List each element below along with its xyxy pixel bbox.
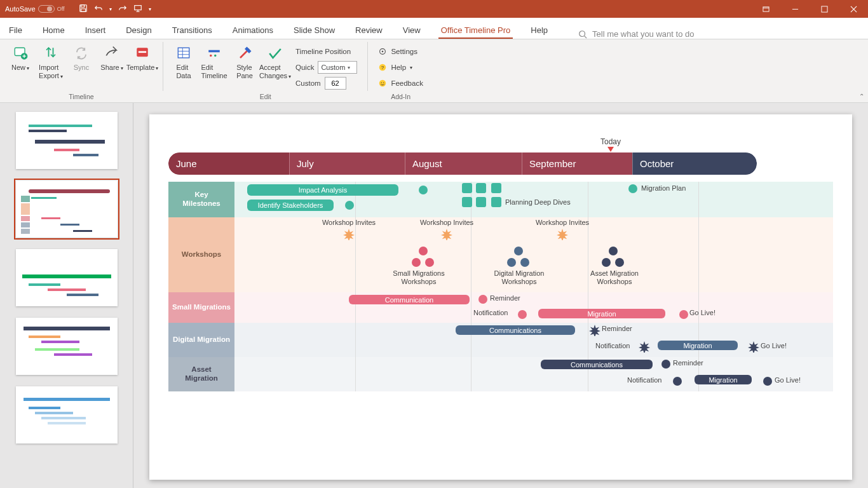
task-bar[interactable]: Communications [541, 360, 653, 369]
milestone-square[interactable] [491, 197, 501, 207]
tell-me-search[interactable]: Tell me what you want to do [578, 29, 694, 39]
timeline-chart[interactable]: TodayJuneJulyAugustSeptemberOctoberKey M… [168, 152, 833, 175]
autosave-switch[interactable] [38, 5, 55, 13]
item-label[interactable]: Go Live! [775, 376, 801, 384]
milestone-square[interactable] [491, 183, 501, 193]
slide-thumbnail-3[interactable] [16, 249, 118, 306]
milestone-star-icon[interactable] [343, 229, 355, 240]
edit-data-button[interactable]: Edit Data [168, 42, 199, 80]
milestone-dot[interactable] [661, 360, 670, 369]
milestone-dot[interactable] [628, 184, 637, 193]
tab-help[interactable]: Help [528, 22, 550, 39]
item-label[interactable]: Workshop Invites [322, 219, 376, 227]
close-icon[interactable] [839, 0, 868, 18]
new-button[interactable]: New [5, 42, 36, 72]
milestone-star-icon[interactable] [441, 229, 452, 240]
style-pane-button[interactable]: Style Pane [229, 42, 260, 80]
task-bar[interactable]: Impact Analysis [247, 184, 398, 196]
template-button[interactable]: Template [127, 42, 158, 72]
item-label[interactable]: Notification [595, 342, 630, 350]
item-label[interactable]: Go Live! [761, 342, 787, 350]
minimize-icon[interactable] [780, 0, 810, 18]
edit-timeline-button[interactable]: Edit Timeline [199, 42, 229, 80]
milestone-dot[interactable] [763, 377, 772, 386]
tab-design[interactable]: Design [123, 22, 154, 39]
task-bar[interactable]: Migration [695, 375, 752, 384]
sync-button[interactable]: Sync [66, 42, 97, 72]
import-export-button[interactable]: Import Export [36, 42, 66, 80]
help-button[interactable]: ? Help▾ [378, 60, 423, 74]
item-label[interactable]: Small Migrations Workshops [393, 269, 444, 285]
item-label[interactable]: Digital Migration Workshops [494, 269, 545, 285]
milestone-square[interactable] [476, 183, 486, 193]
quick-select[interactable]: Custom [318, 61, 357, 74]
tab-view[interactable]: View [400, 22, 423, 39]
undo-dropdown-icon[interactable]: ▾ [109, 6, 112, 12]
slide-thumbnail-5[interactable] [16, 386, 118, 444]
autosave-toggle[interactable]: AutoSave Off [5, 5, 65, 13]
milestone-square[interactable] [462, 183, 472, 193]
item-label[interactable]: Migration Plan [641, 184, 686, 193]
milestone-dot[interactable] [412, 258, 421, 267]
milestone-dot[interactable] [425, 258, 434, 267]
tab-transitions[interactable]: Transitions [170, 22, 215, 39]
custom-input[interactable] [325, 77, 346, 90]
milestone-square[interactable] [476, 197, 486, 207]
milestone-dot[interactable] [673, 377, 682, 386]
milestone-dot[interactable] [419, 186, 428, 194]
settings-button[interactable]: Settings [378, 44, 423, 58]
item-label[interactable]: Reminder [490, 294, 520, 302]
item-label[interactable]: Notification [473, 309, 508, 317]
task-bar[interactable]: Migration [658, 341, 738, 350]
item-label[interactable]: Planning Deep Dives [505, 198, 571, 207]
tab-animations[interactable]: Animations [230, 22, 276, 39]
tab-home[interactable]: Home [40, 22, 67, 39]
task-bar[interactable]: Communication [349, 295, 470, 304]
milestone-dot[interactable] [602, 258, 611, 267]
slide-thumbnail-2[interactable] [16, 180, 118, 238]
item-label[interactable]: Workshop Invites [536, 219, 589, 227]
task-bar[interactable]: Communications [456, 325, 575, 335]
slide-thumbnail-1[interactable] [16, 112, 118, 169]
milestone-star-icon[interactable] [589, 325, 600, 336]
share-button[interactable]: Share [97, 42, 127, 72]
item-label[interactable]: Go Live! [689, 309, 715, 317]
item-label[interactable]: Asset Migration Workshops [590, 269, 639, 285]
milestone-star-icon[interactable] [748, 341, 759, 353]
collapse-ribbon-icon[interactable]: ⌃ [859, 93, 864, 100]
slide-thumbnail-panel[interactable] [0, 103, 133, 488]
milestone-dot[interactable] [507, 258, 516, 267]
milestone-dot[interactable] [520, 258, 529, 267]
item-label[interactable]: Notification [627, 376, 661, 384]
milestone-dot[interactable] [345, 201, 354, 210]
redo-icon[interactable] [118, 4, 127, 14]
milestone-dot[interactable] [518, 310, 527, 319]
save-icon[interactable] [79, 4, 88, 14]
milestone-dot[interactable] [615, 258, 624, 267]
task-bar[interactable]: Migration [538, 309, 665, 318]
slide[interactable]: TodayJuneJulyAugustSeptemberOctoberKey M… [149, 114, 852, 480]
feedback-button[interactable]: Feedback [378, 76, 423, 90]
maximize-icon[interactable] [810, 0, 839, 18]
tab-slide-show[interactable]: Slide Show [291, 22, 337, 39]
qat-dropdown-icon[interactable]: ▾ [149, 6, 151, 12]
present-icon[interactable] [133, 4, 142, 14]
ribbon-display-icon[interactable] [751, 0, 780, 18]
tab-insert[interactable]: Insert [83, 22, 109, 39]
item-label[interactable]: Reminder [673, 359, 703, 367]
tab-file[interactable]: File [6, 22, 25, 39]
slide-thumbnail-4[interactable] [16, 318, 118, 375]
undo-icon[interactable] [94, 4, 103, 14]
milestone-dot[interactable] [609, 247, 618, 255]
accept-changes-button[interactable]: Accept Changes [260, 42, 290, 80]
milestone-square[interactable] [462, 197, 472, 207]
milestone-dot[interactable] [478, 295, 487, 304]
tab-review[interactable]: Review [353, 22, 385, 39]
milestone-dot[interactable] [514, 247, 523, 255]
milestone-star-icon[interactable] [557, 229, 568, 240]
task-bar[interactable]: Identify Stakeholders [247, 200, 334, 211]
milestone-dot[interactable] [679, 310, 688, 319]
slide-canvas-area[interactable]: TodayJuneJulyAugustSeptemberOctoberKey M… [133, 103, 868, 488]
tab-office-timeline-pro[interactable]: Office Timeline Pro [438, 22, 513, 39]
milestone-star-icon[interactable] [639, 341, 650, 353]
